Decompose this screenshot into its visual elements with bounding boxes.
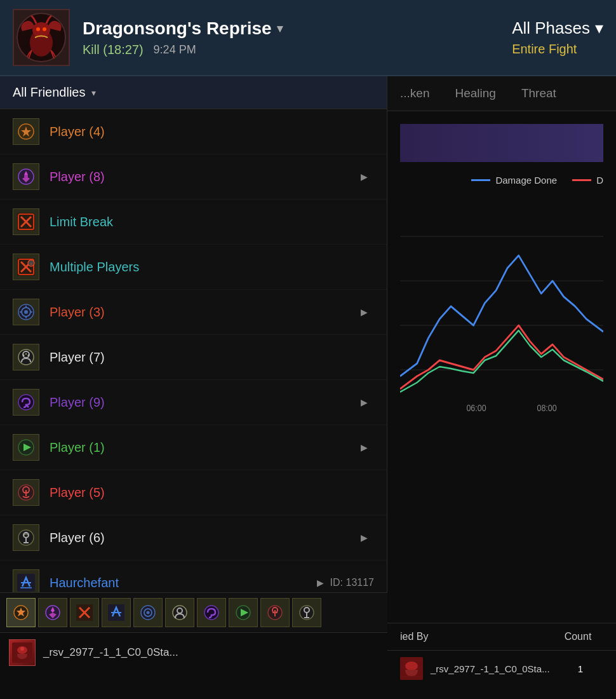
limitbreak-icon	[13, 208, 39, 235]
bottom-row-item: _rsv_2977_-1_1_C0_0Sta...	[0, 633, 387, 672]
right-panel: ...ken Healing Threat Damage Done	[387, 76, 616, 699]
player1-icon	[13, 434, 39, 461]
bottom-icon-bar	[0, 592, 387, 632]
table-row[interactable]: _rsv_2977_-1_1_C0_0Sta... 1	[387, 651, 616, 686]
legend-d: D	[572, 175, 603, 186]
svg-point-39	[147, 611, 150, 614]
bottom-icon-8[interactable]	[260, 598, 290, 627]
player3-label: Player (3)	[50, 305, 361, 320]
tab-threat[interactable]: Threat	[521, 81, 556, 105]
menu-item-player1[interactable]: Player (1) ▶	[0, 425, 387, 470]
svg-point-51	[20, 647, 24, 651]
menu-item-player4[interactable]: Player (4)	[0, 109, 387, 154]
player6-label: Player (6)	[50, 531, 361, 545]
legend-label-d: D	[596, 175, 603, 186]
phases-dropdown-arrow[interactable]: ▾	[595, 18, 603, 38]
table-row-icon	[400, 657, 423, 680]
menu-item-limitbreak[interactable]: Limit Break	[0, 200, 387, 245]
tab-damagetaken[interactable]: ...ken	[400, 81, 429, 105]
bottom-icon-1[interactable]	[38, 598, 67, 627]
table-col-count: Count	[552, 631, 603, 642]
menu-item-player5[interactable]: Player (5)	[0, 470, 387, 515]
player3-submenu-arrow: ▶	[361, 307, 368, 317]
svg-text:+: +	[30, 262, 32, 266]
haurchefant-label: Haurchefant	[50, 576, 317, 590]
menu-item-player7[interactable]: Player (7)	[0, 335, 387, 380]
haurchefant-submenu-arrow: ▶	[317, 578, 324, 588]
player8-label: Player (8)	[50, 170, 361, 184]
title-dropdown-arrow[interactable]: ▾	[277, 22, 283, 36]
time-badge: 9:24 PM	[154, 43, 196, 57]
chart-svg-container: 06:00 08:00	[400, 192, 603, 610]
bottom-row-label: _rsv_2977_-1_1_C0_0Sta...	[43, 646, 178, 659]
phases-label: All Phases	[512, 18, 590, 38]
friendlies-arrow: ▾	[91, 88, 96, 98]
svg-point-20	[24, 310, 28, 314]
player4-label: Player (4)	[50, 125, 374, 139]
svg-text:06:00: 06:00	[466, 403, 486, 413]
limitbreak-label: Limit Break	[50, 215, 374, 229]
chart-legend: Damage Done D	[400, 175, 603, 186]
player6-icon	[13, 524, 39, 551]
svg-point-7	[24, 175, 28, 179]
table-col-ied: ied By	[400, 631, 552, 642]
bottom-icon-9[interactable]	[292, 598, 321, 627]
player3-icon	[13, 299, 39, 325]
bottom-row: _rsv_2977_-1_1_C0_0Sta...	[0, 632, 387, 699]
boss-title[interactable]: Dragonsong's Reprise ▾	[83, 18, 486, 39]
table-row-label: _rsv_2977_-1_1_C0_0Sta...	[431, 663, 550, 674]
legend-line-blue	[471, 179, 490, 181]
tab-healing-label: Healing	[455, 86, 495, 100]
boss-name: Dragonsong's Reprise	[83, 18, 272, 39]
svg-point-2	[32, 22, 50, 37]
player9-label: Player (9)	[50, 395, 361, 410]
player4-icon	[13, 118, 39, 145]
menu-item-player8[interactable]: Player (8) ▶	[0, 154, 387, 200]
chart-area: Damage Done D	[387, 111, 616, 623]
player9-icon	[13, 389, 39, 416]
menu-item-player3[interactable]: Player (3) ▶	[0, 290, 387, 335]
main-area: All Friendlies ▾ Player (4)	[0, 76, 616, 699]
header: Dragonsong's Reprise ▾ Kill (18:27) 9:24…	[0, 0, 616, 76]
menu-list: Player (4) Player (8) ▶	[0, 109, 387, 606]
friendlies-label: All Friendlies	[13, 85, 85, 100]
svg-text:08:00: 08:00	[537, 403, 557, 413]
table-area: ied By Count _rsv_2977_-1_1_C0_0Sta... 1	[387, 623, 616, 699]
legend-line-red	[572, 179, 591, 181]
svg-point-23	[18, 395, 34, 410]
tab-damagetaken-label: ...ken	[400, 86, 429, 100]
multipleplayers-label: Multiple Players	[50, 260, 374, 275]
player9-submenu-arrow: ▶	[361, 397, 368, 407]
header-info: Dragonsong's Reprise ▾ Kill (18:27) 9:24…	[83, 18, 486, 57]
legend-damage-done: Damage Done	[471, 175, 557, 186]
table-header: ied By Count	[387, 623, 616, 651]
tabs-area: ...ken Healing Threat	[387, 76, 616, 111]
bottom-icon-3[interactable]	[102, 598, 131, 627]
player6-submenu-arrow: ▶	[361, 533, 368, 543]
menu-item-player6[interactable]: Player (6) ▶	[0, 515, 387, 560]
player7-label: Player (7)	[50, 350, 374, 365]
bottom-icon-7[interactable]	[229, 598, 258, 627]
menu-item-player9[interactable]: Player (9) ▶	[0, 380, 387, 425]
phases-button[interactable]: All Phases ▾	[512, 18, 603, 38]
svg-point-59	[405, 662, 418, 670]
bottom-icon-2[interactable]	[70, 598, 99, 627]
friendlies-button[interactable]: All Friendlies ▾	[0, 76, 387, 109]
bottom-icon-6[interactable]	[197, 598, 226, 627]
player8-icon	[13, 163, 39, 190]
tab-healing[interactable]: Healing	[455, 81, 495, 105]
kill-badge: Kill (18:27)	[83, 43, 144, 57]
boss-icon	[13, 9, 70, 66]
bottom-icon-4[interactable]	[133, 598, 163, 627]
bottom-icon-5[interactable]	[165, 598, 194, 627]
bottom-row-icon	[9, 639, 36, 666]
player1-submenu-arrow: ▶	[361, 442, 368, 452]
legend-label-damage-done: Damage Done	[495, 175, 557, 186]
svg-point-3	[36, 27, 40, 31]
menu-item-multipleplayers[interactable]: + Multiple Players	[0, 245, 387, 290]
dropdown-panel: All Friendlies ▾ Player (4)	[0, 76, 387, 699]
multipleplayers-icon: +	[13, 254, 39, 280]
player1-label: Player (1)	[50, 440, 361, 455]
bottom-icon-0[interactable]	[6, 598, 36, 627]
player5-icon	[13, 479, 39, 506]
